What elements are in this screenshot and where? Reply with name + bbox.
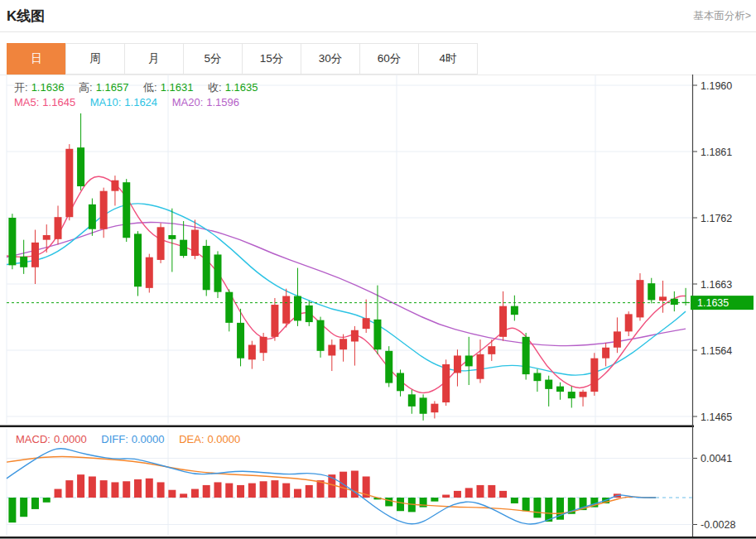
- y-axis-label: 1.1465: [701, 411, 732, 423]
- candle-body: [351, 330, 359, 342]
- macd-y-axis-label: 0.0041: [701, 453, 732, 464]
- candle-body: [339, 339, 347, 349]
- candle-body: [533, 373, 541, 381]
- current-price-tag-text: 1.1635: [697, 297, 729, 309]
- candle-body: [636, 280, 643, 317]
- candle-body: [499, 306, 507, 337]
- candle-body: [294, 296, 301, 321]
- macd-bar: [488, 485, 495, 498]
- kline-page: K线图 基本面分析> 日周月5分15分30分60分4时 1.19601.1861…: [0, 0, 756, 539]
- candle-body: [590, 359, 598, 392]
- macd-bar: [100, 480, 108, 498]
- candle-body: [363, 318, 370, 329]
- candle-body: [203, 246, 210, 290]
- candle-body: [65, 149, 73, 217]
- candle-body: [580, 392, 587, 397]
- macd-bar: [237, 485, 244, 498]
- candle-body: [397, 373, 404, 391]
- candle-body: [614, 331, 621, 347]
- macd-bar: [20, 498, 27, 517]
- bottom-border: [0, 537, 756, 539]
- y-axis-label: 1.1861: [701, 147, 732, 158]
- macd-bar: [214, 482, 221, 498]
- candle-body: [89, 205, 96, 229]
- macd-bar: [157, 482, 165, 498]
- macd-bar: [180, 493, 187, 498]
- candle-body: [522, 337, 530, 374]
- candle-body: [260, 337, 267, 353]
- main-panel: [7, 75, 693, 424]
- candle-body: [648, 283, 655, 300]
- candle-body: [317, 320, 325, 351]
- candle-body: [671, 299, 678, 305]
- candle-body: [465, 355, 473, 366]
- macd-bar: [168, 490, 176, 498]
- macd-bar: [442, 495, 450, 498]
- candle-body: [157, 227, 165, 260]
- candle-body: [477, 354, 484, 379]
- macd-bar: [271, 480, 278, 498]
- macd-bar: [465, 488, 473, 498]
- macd-bar: [306, 485, 313, 498]
- macd-bar: [511, 498, 518, 503]
- macd-bar: [77, 474, 84, 498]
- candle-body: [568, 392, 575, 398]
- candle-body: [408, 394, 416, 407]
- kline-chart-canvas[interactable]: 1.19601.18611.17621.16631.15641.14651.16…: [0, 0, 756, 539]
- macd-bar: [533, 498, 541, 517]
- candle-body: [123, 182, 130, 238]
- candle-body: [442, 364, 450, 402]
- macd-bar: [43, 498, 51, 503]
- macd-bar: [545, 498, 552, 522]
- candle-body: [511, 306, 518, 315]
- ma5-line: [7, 176, 686, 392]
- macd-bar: [454, 491, 461, 498]
- y-axis-label: 1.1564: [701, 345, 732, 357]
- candle-body: [420, 397, 427, 413]
- candle-body: [20, 257, 27, 267]
- y-axis-label: 1.1960: [701, 80, 732, 92]
- macd-bar: [203, 485, 210, 498]
- candle-body: [191, 230, 199, 257]
- candle-body: [237, 323, 244, 359]
- candle-body: [271, 305, 278, 337]
- candle-body: [180, 240, 187, 256]
- candle-body: [488, 346, 495, 354]
- macd-bar: [385, 498, 392, 506]
- macd-bar: [65, 480, 73, 498]
- candle-body: [214, 254, 221, 291]
- macd-bar: [111, 482, 118, 498]
- macd-bars-layer: [8, 471, 632, 523]
- candle-body: [282, 296, 290, 324]
- candle-body: [625, 314, 633, 331]
- macd-bar: [225, 484, 233, 498]
- candle-body: [328, 345, 335, 356]
- candle-body: [373, 320, 381, 349]
- macd-bar: [522, 498, 530, 511]
- macd-bar: [146, 479, 153, 498]
- macd-bar: [123, 481, 130, 498]
- candle-body: [306, 306, 313, 322]
- candle-body: [602, 348, 609, 359]
- macd-bar: [294, 489, 301, 498]
- macd-bar: [431, 498, 438, 502]
- macd-panel: [7, 429, 693, 536]
- macd-bar: [8, 498, 16, 522]
- y-axis-label: 1.1663: [701, 279, 732, 291]
- macd-bar: [260, 481, 267, 498]
- candle-body: [146, 257, 153, 288]
- panel-separator: [0, 426, 694, 428]
- macd-bar: [248, 484, 256, 498]
- candle-body: [454, 355, 461, 373]
- candle-body: [248, 345, 256, 360]
- candle-body: [111, 180, 118, 191]
- candle-body: [77, 147, 84, 186]
- candle-body: [43, 235, 51, 240]
- macd-bar: [499, 491, 507, 498]
- candle-body: [545, 380, 552, 389]
- macd-bar: [89, 476, 96, 498]
- macd-bar: [55, 489, 62, 498]
- candle-body: [31, 243, 39, 267]
- candle-body: [8, 218, 16, 265]
- candle-body: [134, 233, 142, 286]
